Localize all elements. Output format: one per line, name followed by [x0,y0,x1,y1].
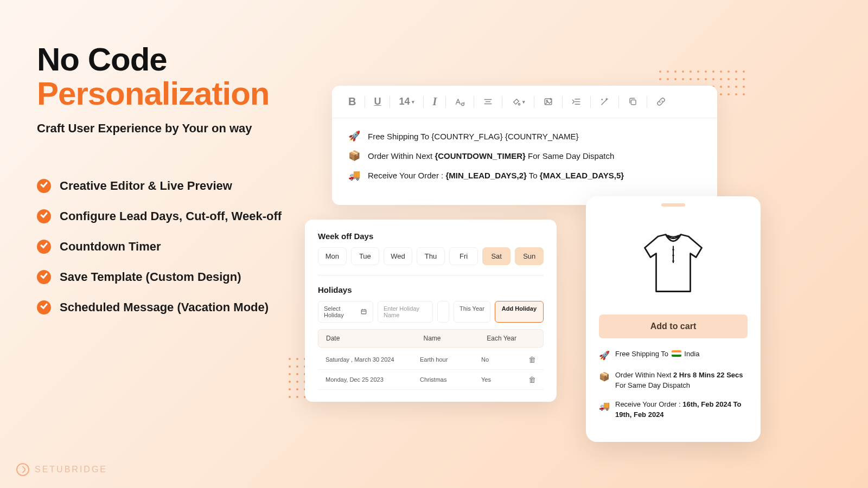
day-toggle-mon[interactable]: Mon [318,247,347,265]
check-icon [37,179,51,193]
svg-point-15 [672,254,674,256]
feature-item: Scheduled Message (Vacation Mode) [37,300,282,314]
underline-button[interactable]: U [368,94,386,110]
holiday-name-input[interactable]: Enter Holiday Name [378,301,433,323]
day-toggle-sun[interactable]: Sun [515,247,544,265]
feature-label: Save Template (Custom Design) [60,270,241,284]
schedule-panel: Week off Days MonTueWedThuFriSatSun Holi… [305,220,557,402]
calendar-icon [360,308,367,316]
indent-button[interactable] [566,94,587,109]
wand-button[interactable] [594,94,615,109]
rocket-icon: 🚀 [348,130,360,142]
editor-line: 🚚 Receive Your Order : {MIN_LEAD_DAYS,2}… [348,169,701,181]
check-icon [37,209,51,223]
holiday-table-header: Date Name Each Year [318,329,544,348]
fontsize-select[interactable]: 14▾ [393,94,420,110]
holiday-table-body: Saturday , March 30 2024Earth hourNo🗑Mon… [318,350,544,390]
phone-preview: Add to cart 🚀 Free Shipping To India 📦 O… [586,196,761,442]
brand-name: SETUBRIDGE [35,465,107,474]
link-button[interactable] [650,94,672,109]
feature-item: Save Template (Custom Design) [37,270,282,284]
brand-footer: SETUBRIDGE [16,463,107,476]
fillcolor-button[interactable]: ▾ [506,94,531,109]
align-button[interactable] [477,94,499,109]
add-holiday-button[interactable]: Add Holiday [495,301,544,323]
day-toggle-thu[interactable]: Thu [417,247,445,265]
svg-rect-9 [361,310,366,314]
textcase-button[interactable] [449,94,470,109]
hero-subtitle: Craft User Experience by Your on way [37,121,269,136]
check-icon [37,270,51,284]
day-toggle-tue[interactable]: Tue [351,247,380,265]
svg-rect-8 [631,100,636,105]
day-toggle-sat[interactable]: Sat [482,247,511,265]
truck-icon: 🚚 [348,169,360,181]
feature-label: Scheduled Message (Vacation Mode) [60,300,269,314]
holiday-year-label: This Year [454,301,490,323]
copy-button[interactable] [622,94,643,109]
holiday-eachyear-checkbox[interactable] [437,301,449,323]
india-flag-icon [672,350,681,357]
editor-line: 🚀 Free Shipping To {COUNTRY_FLAG} {COUNT… [348,130,701,142]
holiday-row: Saturday , March 30 2024Earth hourNo🗑 [318,350,544,370]
brand-logo-icon [16,463,29,476]
svg-point-16 [672,260,674,262]
hero-title-line1: No Code [37,41,167,78]
rocket-icon: 🚀 [599,349,610,362]
feature-label: Configure Lead Days, Cut-off, Week-off [60,209,282,223]
feature-item: Creative Editor & Live Preview [37,179,282,193]
hero-title: No Code Personalization [37,42,269,111]
editor-content[interactable]: 🚀 Free Shipping To {COUNTRY_FLAG} {COUNT… [332,118,717,205]
editor-toolbar: B U 14▾ I ▾ [332,86,717,118]
promo-line: 🚀 Free Shipping To India [599,349,748,362]
bold-button[interactable]: B [343,93,361,110]
editor-line: 📦 Order Within Next {COUNTDOWN_TIMER} Fo… [348,150,701,162]
day-toggle-fri[interactable]: Fri [449,247,478,265]
promo-list: 🚀 Free Shipping To India 📦 Order Within … [586,338,761,420]
weekoff-title: Week off Days [318,232,544,241]
delete-icon[interactable]: 🗑 [528,375,536,384]
hero: No Code Personalization Craft User Exper… [37,42,269,136]
holiday-form: Select Holiday Enter Holiday Name This Y… [318,301,544,323]
image-button[interactable] [538,94,559,109]
feature-item: Configure Lead Days, Cut-off, Week-off [37,209,282,223]
phone-notch [586,196,761,214]
package-icon: 📦 [599,370,610,383]
feature-list: Creative Editor & Live Preview Configure… [37,179,282,331]
package-icon: 📦 [348,150,360,162]
product-area [586,214,761,314]
tshirt-icon [635,222,711,304]
hero-title-line2: Personalization [37,75,269,112]
promo-line: 🚚 Receive Your Order : 16th, Feb 2024 To… [599,400,748,420]
promo-line: 📦 Order Within Next 2 Hrs 8 Mins 22 Secs… [599,370,748,391]
italic-button[interactable]: I [427,93,442,110]
holidays-title: Holidays [318,285,544,294]
check-icon [37,240,51,254]
svg-point-14 [672,249,674,251]
check-icon [37,300,51,314]
svg-point-4 [546,100,547,101]
feature-item: Countdown Timer [37,240,282,254]
truck-icon: 🚚 [599,400,610,412]
add-to-cart-button[interactable]: Add to cart [599,314,748,338]
holiday-date-select[interactable]: Select Holiday [318,301,373,323]
day-toggle-wed[interactable]: Wed [384,247,412,265]
holiday-row: Monday, Dec 25 2023ChristmasYes🗑 [318,370,544,390]
weekoff-days: MonTueWedThuFriSatSun [318,247,544,275]
feature-label: Creative Editor & Live Preview [60,179,232,193]
delete-icon[interactable]: 🗑 [528,355,536,364]
rich-text-editor: B U 14▾ I ▾ 🚀 Free Shipping To {COUNTRY_… [332,86,717,205]
feature-label: Countdown Timer [60,240,161,254]
